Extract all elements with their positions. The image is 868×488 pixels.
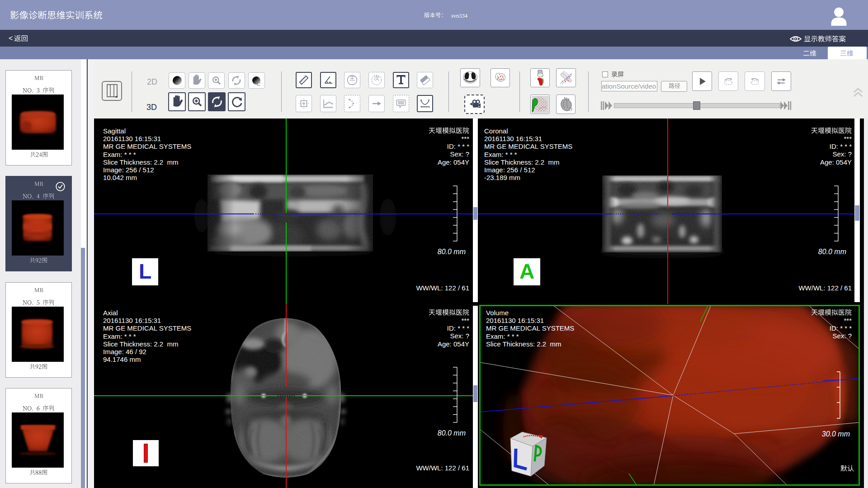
svg-text:D: D [569,106,572,112]
